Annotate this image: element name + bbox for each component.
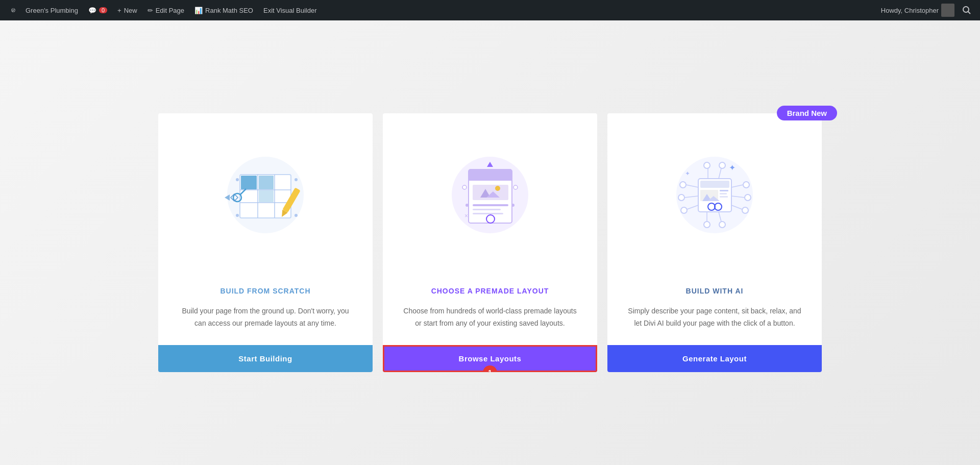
scratch-description: Build your page from the ground up. Don'… [179, 305, 352, 330]
svg-rect-9 [259, 176, 274, 189]
admin-bar: Green's Plumbing 💬 0 + New ✏ Edit Page 📊… [0, 0, 980, 20]
svg-point-51 [680, 182, 686, 188]
svg-rect-8 [241, 176, 257, 189]
main-content: Brand New [0, 20, 980, 465]
ai-illustration: ✦ ✦ [607, 113, 822, 277]
svg-marker-20 [225, 194, 230, 201]
browse-layouts-wrapper: Browse Layouts 1 [383, 345, 597, 372]
premade-description: Choose from hundreds of world-class prem… [403, 305, 577, 330]
plus-icon: + [117, 7, 121, 14]
svg-line-1 [968, 12, 971, 14]
svg-point-53 [678, 194, 684, 201]
svg-point-35 [513, 185, 518, 189]
comment-count: 0 [99, 7, 107, 13]
svg-point-69 [719, 222, 725, 228]
svg-rect-47 [720, 193, 727, 194]
svg-rect-42 [700, 181, 729, 188]
svg-point-67 [704, 222, 710, 228]
svg-point-16 [295, 178, 298, 181]
svg-rect-10 [259, 190, 274, 202]
scratch-illustration [158, 113, 373, 277]
wordpress-logo[interactable] [6, 3, 20, 17]
svg-rect-48 [720, 196, 728, 198]
svg-rect-31 [473, 213, 503, 214]
svg-text:×: × [464, 212, 468, 219]
exit-builder-link[interactable]: Exit Visual Builder [258, 0, 322, 20]
comments-link[interactable]: 💬 0 [83, 0, 112, 20]
rank-math-link[interactable]: 📊 Rank Math SEO [189, 0, 258, 20]
ai-description: Simply describe your page content, sit b… [628, 305, 801, 330]
svg-rect-29 [473, 204, 508, 206]
edit-page-link[interactable]: ✏ Edit Page [142, 0, 189, 20]
card-scratch: BUILD FROM SCRATCH Build your page from … [158, 113, 373, 372]
premade-content: CHOOSE A PREMADE LAYOUT Choose from hund… [383, 277, 597, 345]
cards-container: Brand New [133, 113, 847, 372]
card-premade: × × CHOOSE A PREMADE LAYOUT Choose from … [383, 113, 597, 372]
svg-rect-46 [720, 190, 728, 191]
svg-point-15 [236, 178, 239, 181]
comment-icon: 💬 [88, 7, 96, 14]
new-link[interactable]: + New [112, 0, 142, 20]
scratch-title: BUILD FROM SCRATCH [179, 287, 352, 295]
brand-new-badge: Brand New [777, 106, 837, 120]
scratch-content: BUILD FROM SCRATCH Build your page from … [158, 277, 373, 345]
premade-title: CHOOSE A PREMADE LAYOUT [403, 287, 577, 295]
svg-point-0 [963, 7, 969, 12]
svg-point-59 [745, 194, 751, 201]
premade-illustration: × × [383, 113, 597, 277]
svg-text:✦: ✦ [729, 163, 736, 172]
card-ai: ✦ ✦ BUILD WITH AI Simply describe your p… [607, 113, 822, 372]
svg-rect-30 [473, 209, 501, 210]
svg-rect-24 [469, 179, 512, 181]
generate-layout-button[interactable]: Generate Layout [607, 345, 822, 372]
ai-title: BUILD WITH AI [628, 287, 801, 295]
svg-rect-25 [473, 185, 508, 200]
svg-point-17 [236, 214, 239, 217]
svg-point-55 [681, 207, 687, 213]
svg-point-28 [495, 186, 500, 191]
ai-content: BUILD WITH AI Simply describe your page … [607, 277, 822, 345]
svg-point-57 [743, 182, 749, 188]
start-building-button[interactable]: Start Building [158, 345, 373, 372]
svg-point-63 [704, 162, 710, 168]
site-name[interactable]: Green's Plumbing [20, 0, 83, 20]
edit-icon: ✏ [148, 7, 153, 14]
svg-point-36 [465, 204, 469, 207]
rank-math-icon: 📊 [194, 7, 203, 14]
svg-point-65 [719, 162, 725, 168]
user-greeting[interactable]: Howdy, Christopher [876, 4, 960, 17]
user-avatar [941, 4, 954, 17]
search-icon[interactable] [960, 3, 974, 17]
svg-point-18 [295, 214, 298, 217]
svg-point-34 [462, 185, 467, 189]
svg-point-61 [742, 207, 748, 213]
svg-text:✦: ✦ [685, 170, 690, 177]
svg-text:×: × [509, 174, 513, 181]
svg-point-37 [511, 204, 514, 207]
